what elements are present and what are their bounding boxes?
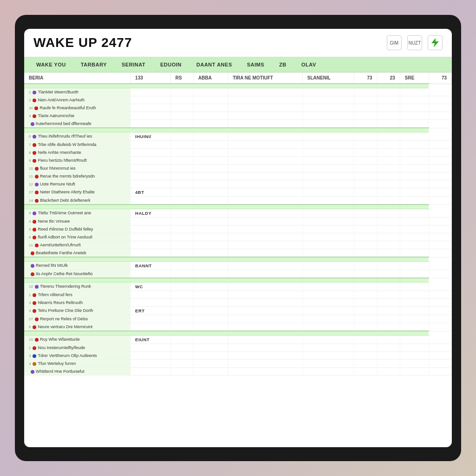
row-col2-cell bbox=[130, 249, 170, 258]
row-content-cell: 27Neter Dtatheere Aferty Ehalte bbox=[24, 188, 130, 197]
table-row[interactable]: Its Anphr Cethe Ret Nounttefto bbox=[24, 270, 452, 278]
red-icon bbox=[35, 338, 39, 342]
table-row[interactable]: 27Neter Dtatheere Aferty Ehalte4BT bbox=[24, 188, 452, 197]
row-content-cell: 7Trbe rdife diufeisb W brtferimda bbox=[24, 141, 130, 149]
col-73a: 73 bbox=[354, 73, 377, 84]
row-col2-cell: ERT bbox=[130, 307, 170, 315]
nav-item-zb[interactable]: ZB bbox=[272, 57, 294, 72]
table-row[interactable]: Whittlernl Hne Portluniefut bbox=[24, 368, 452, 376]
table-row[interactable]: 3sRaufe fe Rneanbeautiful Eruth bbox=[24, 104, 452, 112]
table-body: 1TlanMet Weern/Buoth2Nien Antt/Anrem Aar… bbox=[24, 84, 452, 376]
table-row[interactable]: 8Nefe Anhte rmenrhante bbox=[24, 149, 452, 157]
section-col2-1 bbox=[130, 128, 170, 132]
row-content-cell: 6Neure vertraru Dre Merniruint bbox=[24, 323, 130, 331]
table-row[interactable]: 10Tlerenu Theerndering RunkWC bbox=[24, 283, 452, 291]
table-row[interactable]: 6Neure vertraru Dre Merniruint bbox=[24, 323, 452, 331]
table-subheader: BERIA 133 RS ABBA TIRA NE MOTIUFT SLANEN… bbox=[24, 73, 452, 84]
table-row[interactable]: 4Tleltu TrtdAtrne Outrreet aneHALDY bbox=[24, 209, 452, 218]
table-row[interactable]: 27Rerport ne Reles of Delss bbox=[24, 315, 452, 323]
red-icon bbox=[35, 167, 39, 171]
nav-item-wake-you[interactable]: WAKE YOU bbox=[29, 57, 73, 72]
table-row[interactable]: 14Blackrbert Debt dcleftenerk bbox=[24, 197, 452, 205]
main-table: BERIA 133 RS ABBA TIRA NE MOTIUFT SLANEN… bbox=[24, 73, 452, 376]
purple-icon bbox=[33, 135, 36, 139]
col-sre: SRE bbox=[400, 73, 429, 84]
purple-icon bbox=[31, 370, 34, 374]
purple-icon bbox=[33, 212, 36, 215]
row-col2-cell bbox=[130, 120, 170, 128]
table-row[interactable]: Rerned fIN MIUlkBANNT bbox=[24, 262, 452, 270]
row-col2-cell bbox=[130, 96, 170, 104]
col-23: 23 bbox=[377, 73, 400, 84]
row-col2-cell bbox=[130, 165, 170, 172]
table-row[interactable]: 1Trfern rditerud fers bbox=[24, 291, 452, 299]
section-header-1 bbox=[24, 128, 452, 132]
table-row[interactable]: lruterhernnred bed dffermeafe bbox=[24, 120, 452, 128]
red-icon bbox=[33, 293, 36, 297]
table-row[interactable]: Beattethiete Fanthe Anetek bbox=[24, 249, 452, 258]
table-row[interactable]: 4Nene tlin Vrinuee bbox=[24, 218, 452, 225]
row-col2-cell: IHUINI/ bbox=[130, 132, 170, 141]
table-row[interactable]: 9Pieru hertiztu hfternt/Rnuft bbox=[24, 157, 452, 165]
table-row[interactable]: 7Trbe rdife diufeisb W brtferimda bbox=[24, 141, 452, 149]
table-row[interactable]: 12Uote Rernure Ntuft bbox=[24, 180, 452, 188]
col-tira: TIRA NE MOTIUFT bbox=[228, 73, 302, 84]
table-row[interactable]: 3Nlearris Reurs Reltruuth bbox=[24, 299, 452, 307]
table-row[interactable]: 4Tfun Werteluy furren bbox=[24, 360, 452, 368]
col-abba: ABBA bbox=[193, 73, 228, 84]
device-frame: WAKE UP 2477 GIM NUZT WAKE YOU TARBARY S… bbox=[15, 15, 461, 461]
header-icon-gim[interactable]: GIM bbox=[387, 35, 402, 50]
table-row[interactable]: 1TlanMet Weern/Buoth bbox=[24, 88, 452, 96]
row-col2-cell bbox=[130, 315, 170, 323]
table-row[interactable]: 6flunfl Adbort on Trine Aeoluutl bbox=[24, 233, 452, 241]
row-col2-cell bbox=[130, 218, 170, 225]
section-header-3 bbox=[24, 257, 452, 262]
orange-icon bbox=[33, 362, 36, 366]
table-row[interactable]: 1Nnu Iresterurntelfty/feude bbox=[24, 344, 452, 352]
purple-icon bbox=[31, 264, 34, 268]
row-col2-cell bbox=[130, 197, 170, 205]
row-content-cell: 3Nlearris Reurs Reltruuth bbox=[24, 299, 130, 307]
red-icon bbox=[35, 175, 39, 178]
red-icon bbox=[34, 106, 38, 110]
nav-item-daant-anes[interactable]: DAANT ANES bbox=[189, 57, 240, 72]
row-content-cell: 27Rerport ne Reles of Delss bbox=[24, 315, 130, 323]
row-content-cell: 6flunfl Adbort on Trine Aeoluutl bbox=[24, 233, 130, 241]
table-row[interactable]: 11Rerue the rrernts bdreferysdn bbox=[24, 172, 452, 180]
table-row[interactable]: 6Theu iNifefrnrudu rflTheuf iesIHUINI/ bbox=[24, 132, 452, 141]
row-content-cell: 8Nefe Anhte rmenrhante bbox=[24, 149, 130, 157]
row-col2-cell bbox=[130, 157, 170, 165]
row-col2-cell: EIUNT bbox=[130, 336, 170, 344]
table-row[interactable]: 11Aernt/urttefern/Ufrrurlt bbox=[24, 241, 452, 249]
row-col2-cell bbox=[130, 299, 170, 307]
row-content-cell: 3sRaufe fe Rneanbeautiful Eruth bbox=[24, 104, 130, 112]
header-icon-nuzt[interactable]: NUZT bbox=[407, 35, 422, 50]
nav-item-saims[interactable]: SAIMS bbox=[239, 57, 271, 72]
red-icon bbox=[33, 220, 36, 224]
row-col2-cell bbox=[130, 241, 170, 249]
row-content-cell: Its Anphr Cethe Ret Nounttefto bbox=[24, 270, 130, 278]
section-label-1 bbox=[24, 128, 130, 132]
table-row[interactable]: 4Telru Preltune Clne Dlie DorthERT bbox=[24, 307, 452, 315]
nav-item-serinat[interactable]: SERINAT bbox=[114, 57, 153, 72]
section-col2-0 bbox=[130, 84, 170, 88]
nav-item-olav[interactable]: OLAV bbox=[294, 57, 324, 72]
table-row[interactable]: 10Ruy Whe WfarettunleEIUNT bbox=[24, 336, 452, 344]
header-icons-group: GIM NUZT bbox=[387, 35, 443, 50]
table-row[interactable]: 10fluur hNremrnut ies bbox=[24, 165, 452, 172]
row-content-cell: 10Tlerenu Theerndering Runk bbox=[24, 283, 130, 291]
red-icon bbox=[33, 159, 36, 163]
table-row[interactable]: 4Tlarte Aatrumrnchie bbox=[24, 112, 452, 120]
row-col2-cell bbox=[130, 368, 170, 376]
red-icon bbox=[35, 317, 39, 321]
table-row[interactable]: 2Nien Antt/Anrem AarNuth bbox=[24, 96, 452, 104]
table-row[interactable]: 3Tdrer Verttherurn Oltp Autleents bbox=[24, 352, 452, 360]
section-header-0 bbox=[24, 84, 452, 88]
row-col2-cell bbox=[130, 225, 170, 233]
table-row[interactable]: 5Reed rhlinnse D Duffebl felley bbox=[24, 225, 452, 233]
nav-item-eduoin[interactable]: EDUOIN bbox=[153, 57, 189, 72]
red-icon bbox=[33, 228, 36, 231]
nav-item-tarbary[interactable]: TARBARY bbox=[73, 57, 114, 72]
row-col2-cell bbox=[130, 172, 170, 180]
header-icon-bolt[interactable] bbox=[428, 35, 443, 50]
